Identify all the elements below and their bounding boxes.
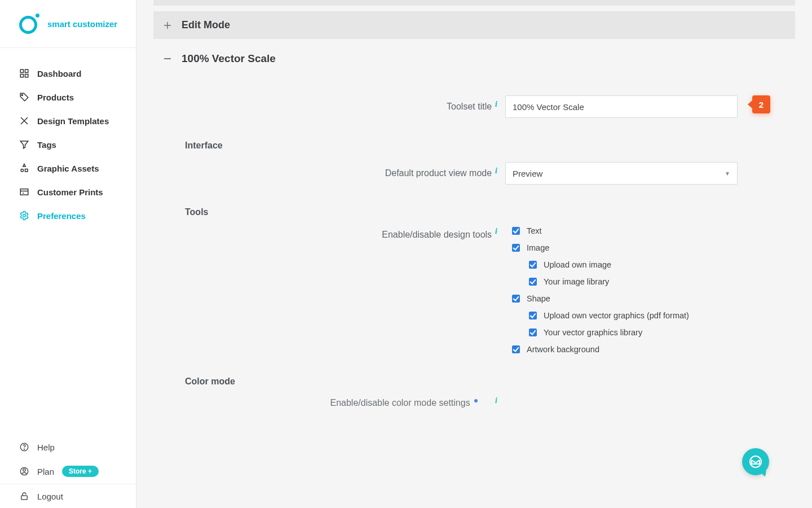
sidebar-nav: Dashboard Products Design Templates Tags	[0, 48, 136, 241]
sidebar-item-label: Plan	[37, 467, 54, 476]
svg-point-12	[23, 469, 26, 472]
info-icon[interactable]: ●	[474, 397, 478, 405]
sidebar-item-logout[interactable]: Logout	[0, 484, 136, 508]
sidebar: smart customizer Dashboard Products De	[0, 0, 136, 508]
assets-icon	[19, 163, 29, 173]
dashboard-icon	[19, 68, 29, 78]
checkbox-label: Your image library	[544, 277, 609, 286]
svg-rect-0	[20, 69, 23, 72]
sidebar-item-label: Logout	[37, 492, 63, 501]
checkbox-label: Image	[527, 243, 549, 252]
sidebar-item-customer-prints[interactable]: Customer Prints	[0, 180, 136, 204]
sidebar-item-label: Customer Prints	[37, 187, 103, 197]
checkbox-label: Upload own vector graphics (pdf format)	[544, 311, 689, 320]
select-value: Preview	[513, 169, 542, 178]
sidebar-item-plan[interactable]: Plan Store +	[0, 459, 136, 484]
section-header-tools: Tools	[185, 207, 795, 217]
chevron-down-icon: ▼	[725, 170, 730, 177]
prev-accordion-tail	[153, 0, 795, 6]
field-label: Default product view mode	[385, 168, 492, 178]
lock-icon	[19, 491, 29, 501]
checkbox-label: Artwork background	[527, 345, 599, 354]
checkbox-label: Upload own image	[544, 260, 611, 269]
checkbox-upload-own-vector[interactable]	[529, 312, 537, 319]
svg-point-4	[21, 94, 23, 95]
field-label: Toolset title	[447, 102, 492, 112]
checkbox-image-library[interactable]	[529, 278, 537, 286]
checkbox-label: Shape	[527, 294, 550, 303]
view-mode-select[interactable]: Preview ▼	[505, 162, 738, 185]
svg-point-10	[24, 449, 24, 449]
templates-icon	[19, 116, 29, 126]
accordion-title: 100% Vector Scale	[182, 52, 276, 65]
accordion-vector-scale[interactable]: 100% Vector Scale	[153, 45, 795, 73]
sidebar-item-graphic-assets[interactable]: Graphic Assets	[0, 156, 136, 180]
accordion-title: Edit Mode	[182, 19, 230, 31]
prints-icon	[19, 187, 29, 197]
sidebar-item-label: Help	[37, 443, 55, 452]
field-label: Enable/disable color mode settings	[330, 398, 470, 408]
design-tools-checklist: Text Image Upload own image Your image l…	[153, 224, 795, 354]
svg-rect-1	[25, 69, 28, 72]
section-header-color-mode: Color mode	[185, 376, 795, 387]
sidebar-item-help[interactable]: Help	[0, 435, 136, 459]
logo[interactable]: smart customizer	[0, 0, 136, 47]
info-icon[interactable]: i	[495, 167, 497, 175]
logo-text: smart customizer	[47, 19, 117, 29]
sidebar-item-design-templates[interactable]: Design Templates	[0, 109, 136, 133]
sidebar-item-label: Tags	[37, 140, 56, 150]
info-icon[interactable]: i	[495, 227, 497, 235]
step-badge: 2	[752, 95, 770, 113]
sidebar-item-label: Dashboard	[37, 69, 81, 78]
field-label: Enable/disable design tools	[382, 230, 492, 240]
help-icon	[19, 442, 29, 452]
checkbox-text[interactable]	[512, 227, 520, 235]
checkbox-shape[interactable]	[512, 295, 520, 303]
checkbox-image[interactable]	[512, 244, 520, 252]
svg-point-5	[21, 169, 24, 172]
sidebar-item-label: Graphic Assets	[37, 164, 99, 173]
chat-button[interactable]	[742, 448, 769, 475]
info-icon[interactable]: i	[495, 397, 497, 405]
plan-badge: Store +	[62, 466, 99, 477]
accordion-body: Toolset title i 2 Interface Default prod…	[153, 95, 795, 436]
svg-rect-13	[21, 496, 28, 500]
checkbox-label: Your vector graphics library	[544, 328, 642, 337]
main-content: Edit Mode 100% Vector Scale Toolset titl…	[136, 0, 812, 508]
logo-icon	[19, 14, 39, 34]
svg-rect-6	[25, 169, 28, 172]
sidebar-item-label: Products	[37, 93, 74, 102]
sidebar-item-label: Preferences	[37, 211, 86, 221]
tag-icon	[19, 92, 29, 102]
section-header-interface: Interface	[185, 141, 795, 151]
checkbox-upload-own-image[interactable]	[529, 261, 537, 269]
svg-rect-7	[20, 189, 28, 195]
gear-icon	[19, 211, 29, 221]
minus-icon	[162, 54, 173, 64]
checkbox-vector-library[interactable]	[529, 329, 537, 336]
sidebar-item-tags[interactable]: Tags	[0, 133, 136, 156]
user-icon	[19, 466, 29, 476]
svg-rect-3	[25, 75, 28, 77]
funnel-icon	[19, 139, 29, 150]
mail-icon	[749, 455, 762, 468]
sidebar-item-label: Design Templates	[37, 116, 109, 126]
checkbox-label: Text	[527, 226, 542, 235]
toolset-title-input[interactable]	[505, 95, 738, 118]
sidebar-item-products[interactable]: Products	[0, 85, 136, 109]
svg-rect-2	[20, 75, 23, 77]
svg-point-8	[23, 214, 26, 217]
sidebar-item-dashboard[interactable]: Dashboard	[0, 62, 136, 85]
checkbox-artwork-background[interactable]	[512, 345, 520, 353]
plus-icon	[162, 20, 173, 30]
info-icon[interactable]: i	[495, 100, 497, 108]
accordion-edit-mode[interactable]: Edit Mode	[153, 11, 795, 39]
sidebar-item-preferences[interactable]: Preferences	[0, 204, 136, 227]
